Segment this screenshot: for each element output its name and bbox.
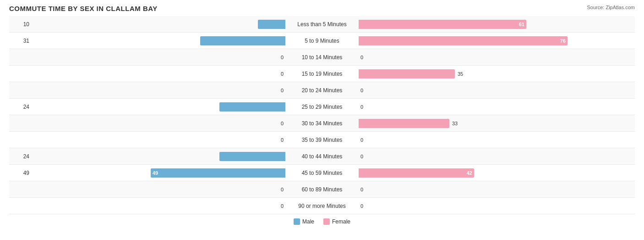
chart-row: 010 to 14 Minutes0 [9, 49, 635, 66]
female-zero: 0 [359, 88, 365, 93]
male-zero: 0 [279, 121, 285, 126]
female-zero: 0 [359, 137, 365, 143]
bars-area: 5 to 9 Minutes76 [32, 33, 612, 49]
female-bar-container: 42 [359, 168, 612, 178]
female-bar-container: 0 [359, 135, 612, 145]
female-bar-container: 35 [359, 69, 612, 79]
row-label: 35 to 39 Minutes [285, 137, 359, 143]
chart-title: COMMUTE TIME BY SEX IN CLALLAM BAY [9, 5, 635, 12]
female-bar-container: 61 [359, 19, 612, 29]
female-bar-container: 0 [359, 184, 612, 195]
bars-area: 015 to 19 Minutes35 [32, 66, 612, 82]
row-label: 40 to 44 Minutes [285, 153, 359, 160]
male-bar-container: 0 [32, 69, 285, 79]
female-zero: 0 [359, 187, 365, 192]
legend-female-label: Female [332, 218, 350, 225]
male-zero: 0 [279, 88, 285, 93]
bar-pair: 030 to 34 Minutes33 [32, 115, 612, 131]
bars-area: 40 to 44 Minutes0 [32, 148, 612, 164]
male-zero: 0 [279, 203, 285, 209]
male-outer-value: 31 [9, 38, 32, 44]
male-bar-container [32, 19, 285, 29]
chart-row: 2425 to 29 Minutes0 [9, 99, 635, 115]
female-bar: 42 [359, 168, 474, 178]
chart-row: 030 to 34 Minutes33 [9, 115, 635, 132]
female-zero: 0 [359, 154, 365, 159]
male-zero: 0 [279, 71, 285, 77]
legend-male-label: Male [302, 218, 314, 225]
male-bar-container [32, 102, 285, 112]
bars-area: 035 to 39 Minutes0 [32, 132, 612, 148]
row-label: 20 to 24 Minutes [285, 87, 359, 94]
chart-row: 315 to 9 Minutes76 [9, 33, 635, 49]
bar-pair: 020 to 24 Minutes0 [32, 82, 612, 98]
female-bar-container: 76 [359, 36, 612, 46]
female-bar-container: 0 [359, 85, 612, 95]
chart-row: 494945 to 59 Minutes42 [9, 165, 635, 181]
female-bar-value: 33 [451, 121, 458, 126]
row-label: 30 to 34 Minutes [285, 120, 359, 127]
female-bar-value-inside: 76 [560, 38, 566, 44]
male-bar-container: 0 [32, 85, 285, 95]
female-bar: 61 [359, 20, 526, 29]
row-label: 5 to 9 Minutes [285, 38, 359, 44]
male-bar-container [32, 36, 285, 46]
male-bar [200, 36, 285, 45]
female-zero: 0 [359, 203, 365, 209]
female-bar-container: 0 [359, 201, 612, 211]
legend-male-box [294, 218, 300, 225]
chart-row: 015 to 19 Minutes35 [9, 66, 635, 82]
male-bar: 49 [151, 168, 285, 178]
chart-row: 035 to 39 Minutes0 [9, 132, 635, 148]
bar-pair: 5 to 9 Minutes76 [32, 33, 612, 49]
male-outer-value: 24 [9, 153, 32, 160]
male-bar [219, 152, 285, 161]
male-outer-value: 24 [9, 104, 32, 110]
female-bar-value-inside: 42 [467, 170, 472, 176]
bars-area: 090 or more Minutes0 [32, 198, 612, 214]
female-bar-container: 33 [359, 118, 612, 128]
bar-pair: 090 or more Minutes0 [32, 198, 612, 214]
bar-pair: 015 to 19 Minutes35 [32, 66, 612, 82]
female-zero: 0 [359, 104, 365, 110]
male-bar-container: 49 [32, 168, 285, 178]
chart-row: 090 or more Minutes0 [9, 198, 635, 214]
bar-pair: 25 to 29 Minutes0 [32, 99, 612, 115]
source-text: Source: ZipAtlas.com [587, 5, 635, 10]
row-label: 15 to 19 Minutes [285, 71, 359, 77]
chart-area: 10Less than 5 Minutes61315 to 9 Minutes7… [9, 16, 635, 206]
female-bar-container: 0 [359, 151, 612, 162]
female-bar-container: 0 [359, 102, 612, 112]
bar-pair: 035 to 39 Minutes0 [32, 132, 612, 148]
row-label: 25 to 29 Minutes [285, 104, 359, 110]
male-bar-container: 0 [32, 135, 285, 145]
chart-row: 2440 to 44 Minutes0 [9, 148, 635, 165]
bars-area: 010 to 14 Minutes0 [32, 49, 612, 65]
bar-pair: Less than 5 Minutes61 [32, 16, 612, 32]
female-zero: 0 [359, 55, 365, 60]
male-bar [258, 20, 285, 29]
male-bar-container: 0 [32, 201, 285, 211]
bar-pair: 060 to 89 Minutes0 [32, 181, 612, 197]
male-zero: 0 [279, 187, 285, 192]
row-label: 60 to 89 Minutes [285, 186, 359, 193]
bars-area: 020 to 24 Minutes0 [32, 82, 612, 98]
female-bar-value: 35 [456, 71, 463, 77]
bars-area: 060 to 89 Minutes0 [32, 181, 612, 197]
row-label: 45 to 59 Minutes [285, 170, 359, 176]
chart-row: 10Less than 5 Minutes61 [9, 16, 635, 33]
bars-area: 030 to 34 Minutes33 [32, 115, 612, 131]
female-bar: 33 [359, 119, 449, 128]
chart-row: 020 to 24 Minutes0 [9, 82, 635, 99]
male-bar-container [32, 151, 285, 162]
male-bar-value-inside: 49 [153, 170, 158, 176]
male-zero: 0 [279, 137, 285, 143]
bar-pair: 4945 to 59 Minutes42 [32, 165, 612, 181]
chart-row: 060 to 89 Minutes0 [9, 181, 635, 198]
chart-container: COMMUTE TIME BY SEX IN CLALLAM BAY Sourc… [0, 0, 644, 240]
legend-male: Male [294, 218, 314, 225]
bar-pair: 010 to 14 Minutes0 [32, 49, 612, 65]
male-zero: 0 [279, 55, 285, 60]
row-label: 10 to 14 Minutes [285, 54, 359, 61]
legend-female: Female [323, 218, 350, 225]
